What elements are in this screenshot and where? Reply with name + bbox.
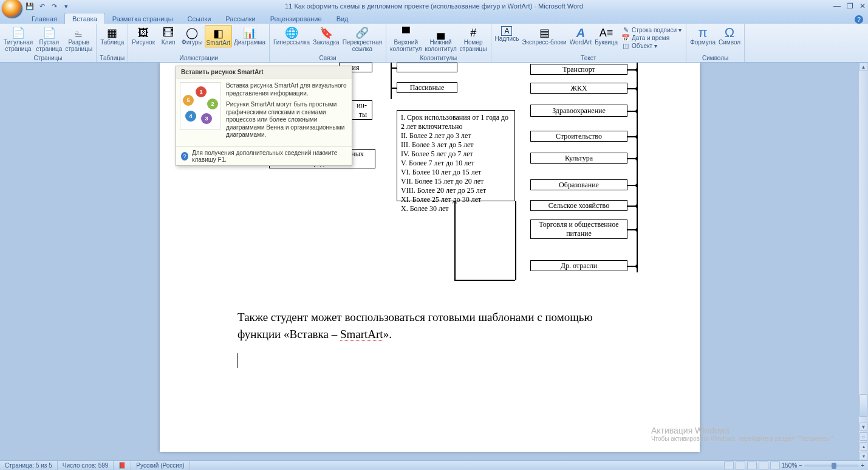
- blank-page-button[interactable]: 📄Пустая страница: [35, 25, 63, 52]
- quick-access-toolbar: 💾 ↶ ↷ ▾: [26, 2, 70, 10]
- wordart-icon: A: [572, 26, 589, 40]
- document-area: Транспорт ЖКХ Здравоохранение Строительс…: [0, 63, 859, 460]
- view-web[interactable]: [747, 461, 757, 469]
- header-button[interactable]: ▀Верхний колонтитул: [389, 25, 423, 52]
- view-draft[interactable]: [770, 461, 780, 469]
- undo-icon[interactable]: ↶: [38, 2, 46, 10]
- scroll-up-button[interactable]: ▲: [859, 63, 867, 71]
- clip-button[interactable]: 🎞Клип: [157, 25, 180, 46]
- diagram-box: Др. отрасли: [530, 260, 627, 271]
- signature-line-button[interactable]: ✎Строка подписи ▾: [621, 26, 682, 33]
- windows-activation-watermark: Активация Windows Чтобы активировать Win…: [651, 426, 835, 442]
- tab-layout[interactable]: Разметка страницы: [105, 13, 180, 24]
- status-page[interactable]: Страница: 5 из 5: [0, 461, 58, 470]
- view-print-layout[interactable]: [724, 461, 734, 469]
- status-proofing[interactable]: 📕: [114, 461, 131, 470]
- zoom-in-button[interactable]: +: [861, 462, 864, 469]
- page-break-button[interactable]: ⎁Разрыв страницы: [64, 25, 94, 52]
- status-bar: Страница: 5 из 5 Число слов: 599 📕 Русск…: [0, 460, 868, 470]
- footer-button[interactable]: ▄Нижний колонтитул: [423, 25, 457, 52]
- view-outline[interactable]: [759, 461, 768, 469]
- book-icon: 📕: [118, 462, 126, 469]
- chart-button[interactable]: 📊Диаграмма: [233, 25, 267, 46]
- tooltip-p1: Вставка рисунка SmartArt для визуального…: [226, 82, 348, 97]
- quickparts-button[interactable]: ▤Экспресс-блоки: [521, 25, 567, 46]
- hyperlink-button[interactable]: 🌐Гиперссылка: [272, 25, 311, 46]
- globe-icon: 🌐: [283, 26, 300, 40]
- zoom-out-button[interactable]: −: [799, 462, 802, 469]
- page-number-button[interactable]: #Номер страницы: [459, 25, 488, 52]
- object-button[interactable]: ◫Объект ▾: [621, 42, 682, 49]
- minimize-button[interactable]: —: [833, 2, 841, 10]
- status-words[interactable]: Число слов: 599: [58, 461, 114, 470]
- smartart-icon: ◧: [210, 27, 227, 40]
- object-icon: ◫: [621, 42, 630, 49]
- diagram-box: Культура: [530, 153, 627, 164]
- footer-icon: ▄: [432, 26, 449, 40]
- smartart-button[interactable]: ◧SmartArt: [205, 25, 232, 47]
- page-icon: 📄: [41, 26, 58, 40]
- tab-review[interactable]: Рецензирование: [263, 13, 329, 24]
- shapes-icon: ◯: [183, 26, 200, 40]
- group-header-footer: ▀Верхний колонтитул ▄Нижний колонтитул #…: [386, 24, 491, 62]
- close-button[interactable]: ✕: [859, 2, 866, 10]
- save-icon[interactable]: 💾: [26, 2, 34, 10]
- cover-page-button[interactable]: 📄Титульная страница: [2, 25, 34, 52]
- shapes-button[interactable]: ◯Фигуры: [180, 25, 203, 46]
- group-illustrations: 🖼Рисунок 🎞Клип ◯Фигуры ◧SmartArt 📊Диагра…: [128, 24, 270, 62]
- redo-icon[interactable]: ↷: [50, 2, 58, 10]
- next-page-button[interactable]: ▾: [859, 452, 867, 460]
- window-title: 11 Как оформить схемы в дипломном проект…: [285, 2, 583, 10]
- scroll-thumb[interactable]: [859, 394, 867, 417]
- textbox-button[interactable]: AНадпись: [494, 25, 521, 43]
- group-symbols: πФормула ΩСимвол Символы: [686, 24, 745, 62]
- pi-icon: π: [694, 26, 711, 40]
- spellcheck-word: SmartArt: [340, 328, 383, 341]
- header-icon: ▀: [397, 26, 414, 40]
- tab-mailings[interactable]: Рассылки: [218, 13, 262, 24]
- help-icon[interactable]: ?: [855, 15, 863, 24]
- smartart-tooltip: Вставить рисунок SmartArt 1 2 3 4 5 Вста…: [176, 66, 352, 166]
- chart-icon: 📊: [241, 26, 258, 40]
- picture-icon: 🖼: [135, 26, 152, 40]
- scroll-down-button[interactable]: ▼: [859, 423, 867, 431]
- symbol-button[interactable]: ΩСимвол: [717, 25, 742, 46]
- status-language[interactable]: Русский (Россия): [131, 461, 190, 470]
- textbox-icon: A: [501, 26, 512, 36]
- diagram-list-box: I. Срок использования от 1 года до 2 лет…: [397, 110, 515, 201]
- signature-icon: ✎: [621, 26, 630, 33]
- zoom-value[interactable]: 150%: [782, 462, 798, 469]
- tab-home[interactable]: Главная: [24, 13, 64, 24]
- prev-page-button[interactable]: ▴: [859, 442, 867, 451]
- picture-button[interactable]: 🖼Рисунок: [131, 25, 156, 46]
- bookmark-button[interactable]: 🔖Закладка: [312, 25, 340, 46]
- datetime-button[interactable]: 📅Дата и время: [621, 34, 682, 41]
- wordart-button[interactable]: AWordArt: [569, 25, 593, 46]
- zoom-slider[interactable]: [804, 465, 859, 467]
- diagram-box: ЖКХ: [530, 83, 627, 94]
- dropcap-icon: A≡: [598, 26, 615, 40]
- window-controls: — ❐ ✕: [833, 2, 866, 10]
- zoom-slider-thumb[interactable]: [832, 463, 836, 469]
- table-icon: ▦: [104, 26, 121, 40]
- document-paragraph[interactable]: Также студент может воспользоваться гото…: [238, 309, 627, 373]
- view-fullscreen[interactable]: [736, 461, 745, 469]
- maximize-button[interactable]: ❐: [847, 2, 853, 10]
- tooltip-help-text: Для получения дополнительных сведений на…: [192, 150, 347, 163]
- tooltip-p2: Рисунки SmartArt могут быть простыми гра…: [226, 101, 348, 139]
- tab-insert[interactable]: Вставка: [64, 13, 105, 24]
- tooltip-title: Вставить рисунок SmartArt: [176, 66, 352, 78]
- qat-dropdown-icon[interactable]: ▾: [62, 2, 70, 10]
- tab-view[interactable]: Вид: [329, 13, 356, 24]
- dropcap-button[interactable]: A≡Буквица: [593, 25, 619, 46]
- omega-icon: Ω: [721, 26, 738, 40]
- table-button[interactable]: ▦Таблица: [99, 25, 125, 46]
- diagram-box: Торговля и общественное питание: [530, 219, 627, 239]
- equation-button[interactable]: πФормула: [689, 25, 717, 46]
- crossref-button[interactable]: 🔗Перекрестная ссылка: [341, 25, 383, 52]
- browse-object-button[interactable]: ○: [859, 432, 867, 441]
- group-pages: 📄Титульная страница 📄Пустая страница ⎁Ра…: [0, 24, 97, 62]
- tab-references[interactable]: Ссылки: [180, 13, 219, 24]
- diagram-box: Строительство: [530, 131, 627, 142]
- vertical-scrollbar[interactable]: ▲ ▼ ○ ▴ ▾: [859, 63, 868, 460]
